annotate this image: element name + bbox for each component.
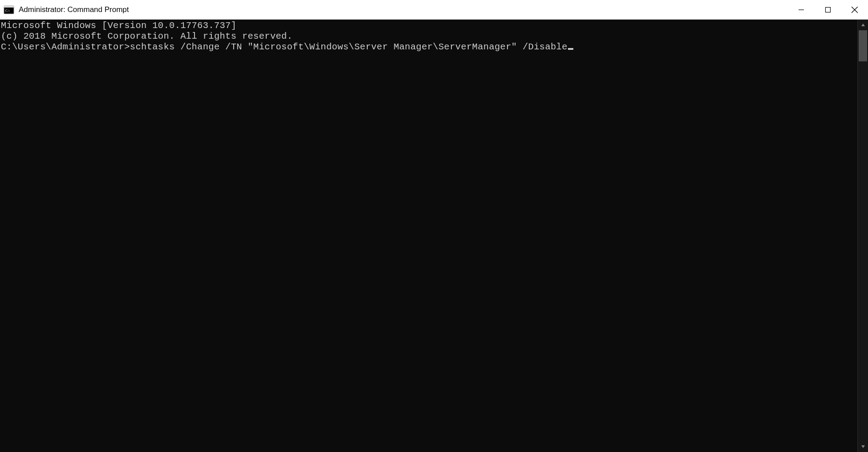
- scroll-track[interactable]: [858, 30, 868, 441]
- svg-text:C:\: C:\: [5, 9, 10, 13]
- console-command: schtasks /Change /TN "Microsoft\Windows\…: [130, 42, 568, 52]
- close-button[interactable]: [841, 0, 868, 19]
- minimize-button[interactable]: [788, 0, 815, 19]
- titlebar[interactable]: C:\ Administrator: Command Prompt: [0, 0, 868, 20]
- console-area[interactable]: Microsoft Windows [Version 10.0.17763.73…: [0, 20, 857, 452]
- console-line: (c) 2018 Microsoft Corporation. All righ…: [1, 31, 857, 42]
- vertical-scrollbar[interactable]: [857, 20, 868, 452]
- console-prompt-line: C:\Users\Administrator>schtasks /Change …: [1, 42, 857, 52]
- window-title: Administrator: Command Prompt: [19, 5, 788, 14]
- command-prompt-window: C:\ Administrator: Command Prompt Micros…: [0, 0, 868, 452]
- window-controls: [788, 0, 868, 19]
- console-area-wrap: Microsoft Windows [Version 10.0.17763.73…: [0, 20, 868, 452]
- scroll-up-arrow-icon[interactable]: [858, 20, 868, 30]
- command-prompt-icon: C:\: [4, 4, 14, 15]
- scroll-down-arrow-icon[interactable]: [858, 441, 868, 452]
- scroll-thumb[interactable]: [859, 30, 867, 61]
- text-cursor: [568, 48, 573, 50]
- maximize-button[interactable]: [815, 0, 841, 19]
- svg-rect-4: [826, 7, 831, 12]
- svg-rect-1: [4, 6, 14, 8]
- console-prompt: C:\Users\Administrator>: [1, 42, 130, 52]
- console-line: Microsoft Windows [Version 10.0.17763.73…: [1, 20, 857, 31]
